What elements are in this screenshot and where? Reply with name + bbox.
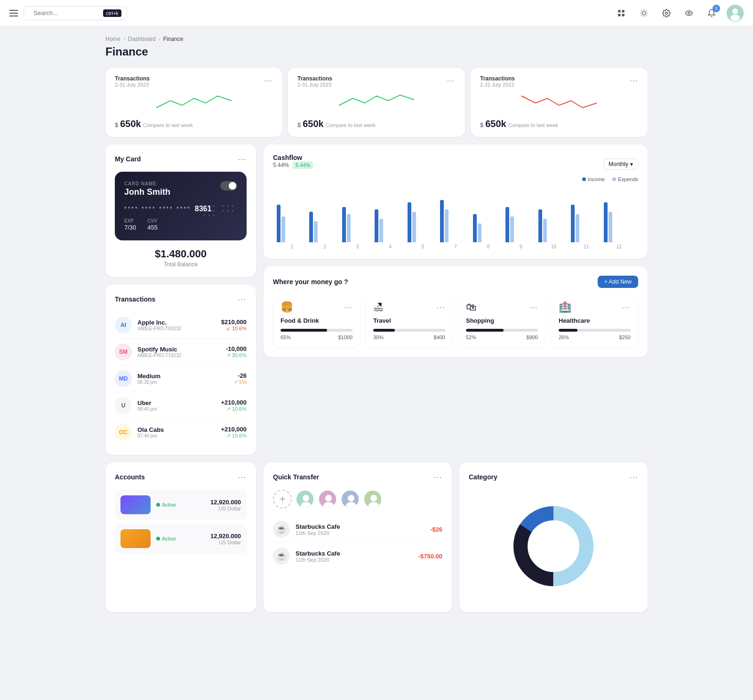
hamburger-menu[interactable] — [9, 10, 18, 16]
notification-icon[interactable]: 3 — [704, 6, 719, 21]
header: ctrl+k 3 — [0, 0, 753, 26]
cashflow-legend: Income Expends — [273, 176, 638, 182]
bar-label: 9 — [505, 244, 536, 249]
top-tx-compare-2: Compare to last week — [326, 122, 376, 128]
money-pct: 65% — [280, 334, 291, 340]
money-card-header: 🏥 ⋯ — [559, 301, 631, 313]
svg-point-29 — [227, 205, 229, 207]
category-menu[interactable]: ⋯ — [629, 472, 638, 482]
income-dot — [582, 177, 586, 181]
top-tx-label-1: Transactions — [115, 75, 150, 82]
bar-expend — [412, 212, 416, 242]
card-holder-name: Jonh Smith — [124, 187, 170, 197]
breadcrumb-dashboard[interactable]: Dashboard — [128, 36, 156, 42]
transactions-menu[interactable]: ⋯ — [238, 294, 247, 304]
transfer-avatar-1[interactable] — [296, 490, 314, 509]
svg-point-35 — [303, 495, 309, 501]
cashflow-title: Cashflow — [273, 154, 302, 161]
money-card-menu[interactable]: ⋯ — [622, 302, 631, 312]
sun-icon[interactable] — [636, 6, 651, 21]
top-tx-menu-1[interactable]: ⋯ — [264, 75, 273, 86]
accounts-title: Accounts — [115, 473, 145, 481]
svg-point-30 — [232, 205, 233, 207]
money-progress-fill — [559, 329, 577, 332]
add-transfer-button[interactable]: + — [273, 490, 292, 509]
svg-point-19 — [203, 205, 205, 207]
money-card-menu[interactable]: ⋯ — [344, 302, 352, 312]
transfer-tx-item: ☕ Starbucks Cafe 11th Sep 2020 -$26 — [273, 516, 442, 543]
money-progress-fill — [466, 329, 504, 332]
money-card-header: 🏖 ⋯ — [373, 301, 445, 313]
account-info: 12,920.000 US Dollar — [210, 533, 241, 545]
breadcrumb-home[interactable]: Home — [105, 36, 120, 42]
active-dot — [156, 537, 160, 541]
bar-label: 5 — [408, 244, 438, 249]
transaction-item: U Uber 08:40 pm +210,000 ↗ 10.6% — [115, 392, 247, 419]
top-tx-date-1: 2-31 July 2023 — [115, 82, 150, 88]
dashboard-grid: My Card ⋯ CARD NAME Jonh Smith **** ****… — [105, 144, 648, 455]
transfer-avatar-2[interactable] — [318, 490, 337, 509]
transfer-amount: -$26 — [430, 526, 442, 533]
card-name-label: CARD NAME — [124, 181, 170, 186]
money-pct: 30% — [373, 334, 384, 340]
card-toggle[interactable] — [220, 181, 237, 191]
add-new-button[interactable]: + Add New — [598, 276, 638, 288]
svg-point-27 — [213, 215, 215, 216]
bar-group — [538, 209, 569, 242]
transfer-amount: -$750.00 — [418, 553, 442, 560]
money-card-menu[interactable]: ⋯ — [529, 302, 538, 312]
top-tx-menu-2[interactable]: ⋯ — [447, 75, 456, 86]
tx-amount: +210,000 — [221, 426, 247, 433]
money-card-header: 🍔 ⋯ — [280, 301, 352, 313]
transfer-info: Starbucks Cafe 11th Sep 2020 — [296, 550, 413, 563]
money-card-name: Healthcare — [559, 317, 631, 324]
transfer-tx-item: ☕ Starbucks Cafe 11th Sep 2020 -$750.00 — [273, 543, 442, 569]
svg-point-28 — [222, 205, 224, 207]
money-card-menu[interactable]: ⋯ — [436, 302, 445, 312]
bar-income — [571, 205, 575, 242]
my-card-header: My Card ⋯ — [115, 154, 247, 164]
money-category-card: 🏖 ⋯ Travel 30% $400 — [366, 294, 453, 348]
puzzle-icon[interactable] — [681, 6, 697, 21]
transfer-avatar-4[interactable] — [363, 490, 382, 509]
account-currency: US Dollar — [210, 540, 241, 545]
accounts-menu[interactable]: ⋯ — [238, 472, 247, 482]
top-transactions-grid: Transactions 2-31 July 2023 ⋯ $ 650k Com… — [105, 68, 648, 137]
top-tx-amount-3: 650k — [485, 119, 506, 129]
transfer-avatar-3[interactable] — [341, 490, 360, 509]
money-stats: 26% $250 — [559, 334, 631, 340]
my-card-menu[interactable]: ⋯ — [238, 154, 247, 164]
money-go-card: Where your money go ? + Add New 🍔 ⋯ Food… — [264, 266, 648, 357]
bar-group — [604, 202, 634, 242]
quick-transfer-header: Quick Transfer ⋯ — [273, 472, 442, 482]
money-amount: $900 — [527, 334, 538, 340]
monthly-select[interactable]: Monthly ▾ — [603, 159, 638, 170]
transfer-logo: ☕ — [273, 521, 290, 538]
transfer-logo: ☕ — [273, 548, 290, 565]
apps-icon[interactable] — [614, 6, 629, 21]
sparkline-green-1 — [115, 91, 273, 115]
total-balance-label: Total Balance — [115, 261, 247, 268]
quick-transfer-menu[interactable]: ⋯ — [433, 472, 442, 482]
transfer-name: Starbucks Cafe — [296, 523, 425, 530]
account-card-image — [120, 529, 151, 548]
top-tx-compare-1: Compare to last week — [143, 122, 193, 128]
account-item: Active 12,920.000 US Dollar — [115, 490, 247, 520]
tx-amount-col: +210,000 ↗ 10.6% — [221, 399, 247, 412]
category-donut — [469, 490, 638, 603]
search-input[interactable] — [33, 9, 99, 16]
transfer-date: 11th Sep 2020 — [296, 557, 413, 563]
svg-line-9 — [646, 15, 647, 16]
settings-icon[interactable] — [659, 6, 674, 21]
avatar[interactable] — [727, 5, 744, 22]
breadcrumb-sep1: › — [123, 36, 125, 42]
top-tx-menu-3[interactable]: ⋯ — [629, 75, 638, 86]
bar-chart-labels: 12345789101112 — [273, 242, 638, 249]
bar-expend — [314, 221, 318, 242]
svg-point-44 — [370, 495, 377, 501]
tx-avatar: MD — [115, 370, 132, 387]
transactions-title: Transactions — [115, 295, 155, 303]
svg-point-5 — [642, 11, 646, 15]
transactions-header: Transactions ⋯ — [115, 294, 247, 304]
top-tx-card-2: Transactions 2-31 July 2023 ⋯ $ 650k Com… — [288, 68, 465, 137]
